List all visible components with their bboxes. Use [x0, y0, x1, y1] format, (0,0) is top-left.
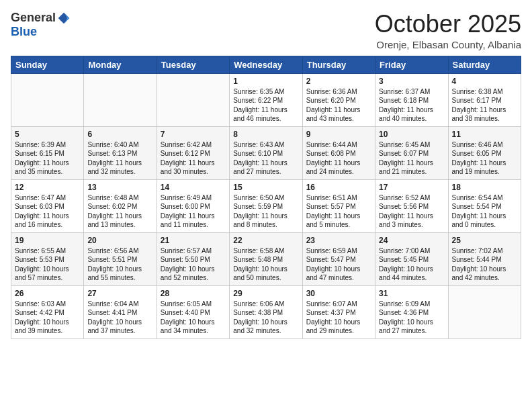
calendar-cell: 15Sunrise: 6:50 AM Sunset: 5:59 PM Dayli… — [230, 179, 302, 232]
calendar-cell: 10Sunrise: 6:45 AM Sunset: 6:07 PM Dayli… — [375, 126, 448, 179]
day-number: 15 — [233, 183, 298, 192]
day-info: Sunrise: 6:36 AM Sunset: 6:20 PM Dayligh… — [306, 87, 371, 124]
day-number: 17 — [379, 183, 444, 192]
calendar-cell: 4Sunrise: 6:38 AM Sunset: 6:17 PM Daylig… — [448, 73, 521, 126]
day-number: 2 — [306, 77, 371, 86]
day-number: 25 — [452, 236, 517, 245]
calendar-cell: 25Sunrise: 7:02 AM Sunset: 5:44 PM Dayli… — [448, 232, 521, 285]
day-number: 9 — [306, 130, 371, 139]
calendar-cell — [157, 73, 229, 126]
calendar-cell: 12Sunrise: 6:47 AM Sunset: 6:03 PM Dayli… — [11, 179, 84, 232]
day-info: Sunrise: 6:05 AM Sunset: 4:40 PM Dayligh… — [161, 300, 226, 336]
day-info: Sunrise: 6:54 AM Sunset: 5:54 PM Dayligh… — [452, 193, 517, 230]
calendar-cell: 13Sunrise: 6:48 AM Sunset: 6:02 PM Dayli… — [84, 179, 157, 232]
day-info: Sunrise: 6:48 AM Sunset: 6:02 PM Dayligh… — [87, 193, 152, 230]
day-info: Sunrise: 6:39 AM Sunset: 6:15 PM Dayligh… — [15, 140, 80, 177]
day-number: 28 — [161, 289, 226, 298]
calendar-cell: 20Sunrise: 6:56 AM Sunset: 5:51 PM Dayli… — [84, 232, 157, 285]
day-info: Sunrise: 6:42 AM Sunset: 6:12 PM Dayligh… — [161, 140, 226, 177]
calendar-table: SundayMondayTuesdayWednesdayThursdayFrid… — [11, 56, 521, 339]
day-number: 20 — [87, 236, 152, 245]
week-row-4: 19Sunrise: 6:55 AM Sunset: 5:53 PM Dayli… — [11, 232, 521, 285]
day-info: Sunrise: 6:46 AM Sunset: 6:05 PM Dayligh… — [452, 140, 517, 177]
logo-general-text: General — [11, 11, 56, 25]
calendar-cell: 9Sunrise: 6:44 AM Sunset: 6:08 PM Daylig… — [302, 126, 375, 179]
day-number: 31 — [379, 289, 444, 298]
calendar-cell: 6Sunrise: 6:40 AM Sunset: 6:13 PM Daylig… — [84, 126, 157, 179]
day-info: Sunrise: 6:58 AM Sunset: 5:48 PM Dayligh… — [233, 246, 298, 283]
day-number: 27 — [87, 289, 152, 298]
day-number: 14 — [161, 183, 226, 192]
day-number: 13 — [87, 183, 152, 192]
day-number: 5 — [15, 130, 80, 139]
day-number: 29 — [233, 289, 298, 298]
calendar-cell: 24Sunrise: 7:00 AM Sunset: 5:45 PM Dayli… — [375, 232, 448, 285]
week-row-5: 26Sunrise: 6:03 AM Sunset: 4:42 PM Dayli… — [11, 285, 521, 338]
day-number: 1 — [233, 77, 298, 86]
day-info: Sunrise: 6:59 AM Sunset: 5:47 PM Dayligh… — [306, 246, 371, 283]
calendar-cell: 27Sunrise: 6:04 AM Sunset: 4:41 PM Dayli… — [84, 285, 157, 338]
day-info: Sunrise: 6:35 AM Sunset: 6:22 PM Dayligh… — [233, 87, 298, 124]
calendar-cell: 21Sunrise: 6:57 AM Sunset: 5:50 PM Dayli… — [157, 232, 229, 285]
weekday-header-thursday: Thursday — [302, 56, 375, 73]
weekday-header-sunday: Sunday — [11, 56, 84, 73]
day-number: 11 — [452, 130, 517, 139]
weekday-header-tuesday: Tuesday — [157, 56, 229, 73]
calendar-cell — [11, 73, 84, 126]
day-info: Sunrise: 6:43 AM Sunset: 6:10 PM Dayligh… — [233, 140, 298, 177]
day-number: 22 — [233, 236, 298, 245]
day-number: 24 — [379, 236, 444, 245]
day-number: 30 — [306, 289, 371, 298]
calendar-cell — [84, 73, 157, 126]
day-info: Sunrise: 6:37 AM Sunset: 6:18 PM Dayligh… — [379, 87, 444, 124]
day-info: Sunrise: 6:44 AM Sunset: 6:08 PM Dayligh… — [306, 140, 371, 177]
logo-blue-text: Blue — [11, 25, 37, 39]
calendar-cell: 1Sunrise: 6:35 AM Sunset: 6:22 PM Daylig… — [230, 73, 302, 126]
calendar-cell: 17Sunrise: 6:52 AM Sunset: 5:56 PM Dayli… — [375, 179, 448, 232]
day-number: 26 — [15, 289, 80, 298]
day-info: Sunrise: 6:45 AM Sunset: 6:07 PM Dayligh… — [379, 140, 444, 177]
calendar-cell: 23Sunrise: 6:59 AM Sunset: 5:47 PM Dayli… — [302, 232, 375, 285]
calendar-cell: 19Sunrise: 6:55 AM Sunset: 5:53 PM Dayli… — [11, 232, 84, 285]
day-info: Sunrise: 6:56 AM Sunset: 5:51 PM Dayligh… — [87, 246, 152, 283]
calendar-cell: 5Sunrise: 6:39 AM Sunset: 6:15 PM Daylig… — [11, 126, 84, 179]
day-number: 23 — [306, 236, 371, 245]
day-info: Sunrise: 6:09 AM Sunset: 4:36 PM Dayligh… — [379, 300, 444, 336]
calendar-cell: 22Sunrise: 6:58 AM Sunset: 5:48 PM Dayli… — [230, 232, 302, 285]
calendar-cell: 11Sunrise: 6:46 AM Sunset: 6:05 PM Dayli… — [448, 126, 521, 179]
calendar-cell: 14Sunrise: 6:49 AM Sunset: 6:00 PM Dayli… — [157, 179, 229, 232]
day-number: 8 — [233, 130, 298, 139]
day-number: 16 — [306, 183, 371, 192]
location-subtitle: Orenje, Elbasan County, Albania — [375, 39, 521, 50]
logo: General Blue — [11, 11, 71, 39]
day-info: Sunrise: 6:38 AM Sunset: 6:17 PM Dayligh… — [452, 87, 517, 124]
week-row-2: 5Sunrise: 6:39 AM Sunset: 6:15 PM Daylig… — [11, 126, 521, 179]
day-info: Sunrise: 6:40 AM Sunset: 6:13 PM Dayligh… — [87, 140, 152, 177]
weekday-header-monday: Monday — [84, 56, 157, 73]
weekday-header-friday: Friday — [375, 56, 448, 73]
calendar-cell: 30Sunrise: 6:07 AM Sunset: 4:37 PM Dayli… — [302, 285, 375, 338]
day-info: Sunrise: 7:00 AM Sunset: 5:45 PM Dayligh… — [379, 246, 444, 283]
calendar-cell: 8Sunrise: 6:43 AM Sunset: 6:10 PM Daylig… — [230, 126, 302, 179]
page-header: General Blue October 2025 Orenje, Elbasa… — [11, 11, 521, 50]
day-info: Sunrise: 6:52 AM Sunset: 5:56 PM Dayligh… — [379, 193, 444, 230]
day-number: 10 — [379, 130, 444, 139]
calendar-cell: 3Sunrise: 6:37 AM Sunset: 6:18 PM Daylig… — [375, 73, 448, 126]
calendar-cell: 18Sunrise: 6:54 AM Sunset: 5:54 PM Dayli… — [448, 179, 521, 232]
day-number: 21 — [161, 236, 226, 245]
day-info: Sunrise: 6:07 AM Sunset: 4:37 PM Dayligh… — [306, 300, 371, 336]
week-row-3: 12Sunrise: 6:47 AM Sunset: 6:03 PM Dayli… — [11, 179, 521, 232]
day-number: 12 — [15, 183, 80, 192]
calendar-cell: 2Sunrise: 6:36 AM Sunset: 6:20 PM Daylig… — [302, 73, 375, 126]
day-number: 18 — [452, 183, 517, 192]
calendar-cell: 16Sunrise: 6:51 AM Sunset: 5:57 PM Dayli… — [302, 179, 375, 232]
day-number: 4 — [452, 77, 517, 86]
weekday-header-saturday: Saturday — [448, 56, 521, 73]
calendar-cell: 29Sunrise: 6:06 AM Sunset: 4:38 PM Dayli… — [230, 285, 302, 338]
day-number: 7 — [161, 130, 226, 139]
day-info: Sunrise: 6:04 AM Sunset: 4:41 PM Dayligh… — [87, 300, 152, 336]
calendar-cell: 31Sunrise: 6:09 AM Sunset: 4:36 PM Dayli… — [375, 285, 448, 338]
day-info: Sunrise: 6:55 AM Sunset: 5:53 PM Dayligh… — [15, 246, 80, 283]
week-row-1: 1Sunrise: 6:35 AM Sunset: 6:22 PM Daylig… — [11, 73, 521, 126]
calendar-cell: 28Sunrise: 6:05 AM Sunset: 4:40 PM Dayli… — [157, 285, 229, 338]
